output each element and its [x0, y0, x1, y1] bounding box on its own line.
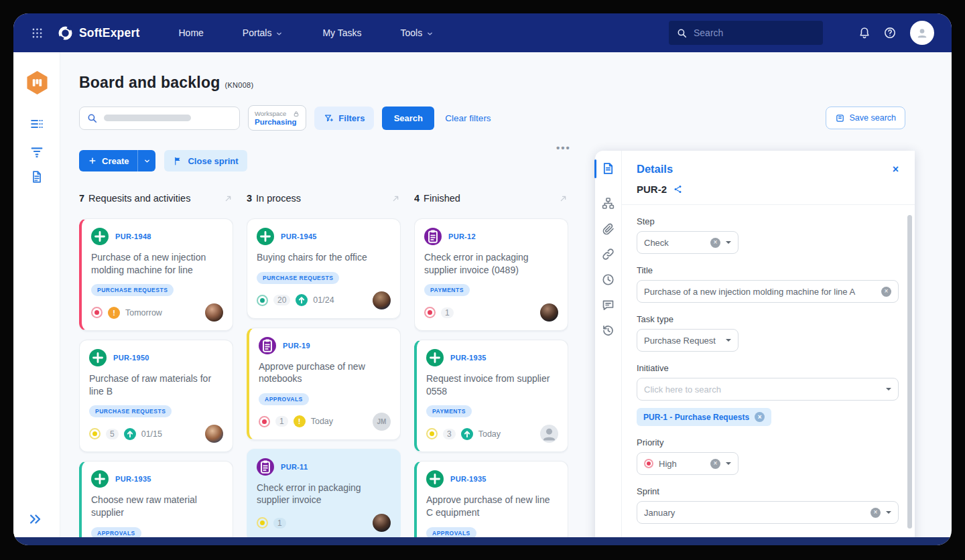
details-tab-document-icon[interactable] — [601, 161, 615, 176]
workspace-value: Purchasing — [255, 118, 300, 126]
nav-item-my-tasks[interactable]: My Tasks — [322, 27, 361, 38]
global-search-placeholder: Search — [694, 27, 723, 38]
chevron-down-icon[interactable] — [726, 462, 731, 468]
sidebar-document-icon[interactable] — [29, 169, 44, 184]
card-tag-row: PURCHASE REQUESTS — [89, 404, 223, 417]
brand-name: SoftExpert — [79, 26, 139, 40]
step-select[interactable]: Check × — [637, 231, 738, 254]
card-title: Check error in packaging supplier invoic… — [424, 251, 558, 276]
window-bottom-edge — [13, 537, 952, 545]
sidebar-backlog-icon[interactable] — [29, 117, 44, 131]
card-count: 3 — [443, 429, 456, 439]
initiative-chip[interactable]: PUR-1 - Purchase Requests × — [637, 408, 771, 426]
details-body: Details × PUR-2 Step Check × Title Purch… — [622, 151, 915, 537]
card-list: PUR-12Check error in packaging supplier … — [414, 218, 568, 537]
avatar — [205, 425, 223, 443]
title-input[interactable]: Purchase of a new injection molding mach… — [637, 280, 899, 303]
column-expand-icon[interactable] — [558, 194, 568, 204]
avatar — [540, 425, 558, 443]
app-launcher-icon[interactable] — [31, 27, 44, 40]
card-tag: PURCHASE REQUESTS — [257, 272, 339, 284]
card-title: Check error in packaging supplier invoic… — [257, 482, 391, 506]
plus-icon — [88, 156, 97, 165]
card-header: PUR-12 — [424, 228, 558, 245]
kanban-card[interactable]: PUR-1935Request invoice from supplier 05… — [414, 340, 568, 452]
clock-icon[interactable] — [601, 273, 615, 287]
title-value: Purchase of a new injection molding mach… — [644, 287, 855, 297]
board-more-menu[interactable]: ••• — [556, 142, 571, 153]
card-due-text: 01/24 — [313, 295, 334, 305]
chevron-down-icon[interactable] — [886, 388, 891, 393]
board-search-input[interactable] — [79, 107, 240, 130]
nav-item-tools[interactable]: Tools — [401, 27, 435, 38]
request-badge-icon — [91, 470, 109, 488]
kanban-card[interactable]: PUR-1935Approve purchase of new line C e… — [414, 461, 568, 537]
notifications-bell-icon[interactable] — [858, 26, 871, 40]
task-badge-icon — [424, 228, 442, 245]
user-avatar[interactable] — [910, 21, 934, 45]
sprint-select[interactable]: January × — [637, 501, 899, 524]
clear-icon[interactable]: × — [710, 459, 720, 469]
chevron-down-icon[interactable] — [726, 339, 731, 344]
funnel-icon — [324, 113, 334, 123]
search-icon — [676, 27, 688, 39]
details-scrollbar[interactable] — [907, 215, 912, 529]
kanban-app-icon[interactable] — [25, 71, 49, 94]
task-type-select[interactable]: Purchase Request — [637, 329, 738, 352]
history-icon[interactable] — [601, 324, 615, 338]
clear-icon[interactable]: × — [710, 238, 720, 248]
kanban-card[interactable]: PUR-1950Purchase of raw materials for li… — [79, 340, 233, 452]
kanban-card[interactable]: PUR-12Check error in packaging supplier … — [414, 218, 568, 331]
priority-red-icon — [91, 307, 103, 318]
expand-sidebar-icon[interactable] — [28, 512, 43, 527]
card-tag: APPROVALS — [91, 527, 141, 537]
kanban-card[interactable]: PUR-1945Buying chairs for the officePURC… — [247, 218, 401, 319]
sidebar-filter-icon[interactable] — [29, 144, 44, 159]
clear-icon[interactable]: × — [871, 508, 881, 518]
clear-filters-link[interactable]: Clear filters — [445, 113, 491, 123]
nav-item-portals[interactable]: Portals — [243, 27, 284, 38]
card-tag-row: PURCHASE REQUESTS — [257, 271, 391, 284]
request-badge-icon — [426, 349, 444, 366]
card-title: Approve purchase of new notebooks — [259, 360, 391, 385]
card-code: PUR-11 — [281, 463, 308, 471]
global-search-input[interactable]: Search — [669, 21, 823, 45]
kanban-card[interactable]: PUR-11Check error in packaging supplier … — [247, 449, 401, 537]
card-header: PUR-19 — [259, 337, 391, 354]
workflow-icon[interactable] — [601, 196, 615, 210]
link-icon[interactable] — [601, 247, 615, 261]
close-icon[interactable]: × — [893, 164, 899, 175]
column-expand-icon[interactable] — [223, 194, 233, 204]
card-tag-row: APPROVALS — [91, 526, 223, 537]
nav-item-home[interactable]: Home — [178, 27, 203, 38]
kanban-card[interactable]: PUR-19Approve purchase of new notebooksA… — [247, 328, 401, 440]
create-dropdown-button[interactable] — [137, 150, 155, 171]
remove-chip-icon[interactable]: × — [755, 412, 765, 422]
column-expand-icon[interactable] — [391, 194, 401, 204]
share-icon[interactable] — [673, 184, 683, 194]
help-icon[interactable] — [883, 26, 897, 40]
save-search-button[interactable]: Save search — [826, 107, 905, 129]
chevron-down-icon[interactable] — [886, 511, 891, 516]
chevron-down-icon[interactable] — [726, 241, 731, 247]
filters-label: Filters — [338, 113, 365, 123]
close-sprint-button[interactable]: Close sprint — [164, 150, 247, 171]
initiative-search-input[interactable]: Click here to search — [637, 378, 899, 401]
title-label: Title — [637, 265, 899, 275]
search-button[interactable]: Search — [382, 107, 434, 130]
card-code: PUR-12 — [448, 232, 476, 240]
workspace-filter-chip[interactable]: Workspace Purchasing — [248, 105, 306, 131]
create-button[interactable]: Create — [79, 150, 155, 171]
clear-icon[interactable]: × — [881, 287, 891, 297]
column-title: In process — [256, 193, 301, 204]
card-meta: 501/15 — [89, 417, 223, 443]
kanban-card[interactable]: PUR-1948Purchase of a new injection mold… — [79, 218, 233, 331]
priority-select[interactable]: High × — [637, 452, 738, 475]
task-type-value: Purchase Request — [644, 336, 716, 346]
card-due-text: 01/15 — [141, 429, 162, 439]
comment-icon[interactable] — [601, 298, 615, 312]
paperclip-icon[interactable] — [601, 222, 615, 236]
filters-button[interactable]: Filters — [314, 107, 374, 130]
brand-logo[interactable]: SoftExpert — [57, 25, 139, 42]
kanban-card[interactable]: PUR-1935Choose new raw material supplier… — [79, 461, 233, 537]
